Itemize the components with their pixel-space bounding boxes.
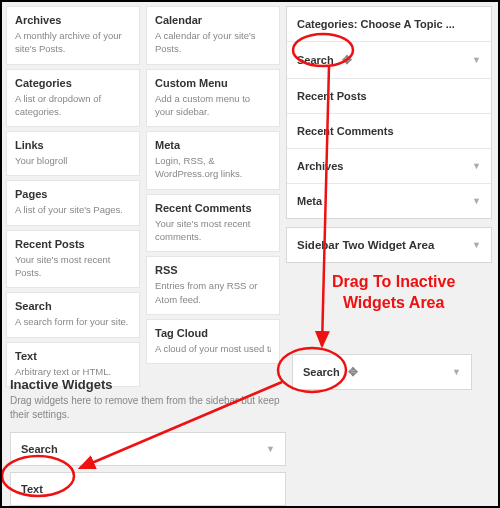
chevron-down-icon[interactable]: ▼ xyxy=(472,55,481,65)
sidebar-item-label: Categories: Choose A Topic ... xyxy=(297,18,455,30)
sidebar-item-categories[interactable]: Categories: Choose A Topic ... xyxy=(287,7,491,42)
sidebar-widget-areas: Categories: Choose A Topic ... Search✥ ▼… xyxy=(286,6,498,387)
sidebar-item-label: Recent Posts xyxy=(297,90,367,102)
widget-recent-posts[interactable]: Recent PostsYour site's most recent Post… xyxy=(6,230,140,289)
annotation-label: Drag To Inactive Widgets Area xyxy=(332,272,455,314)
chevron-down-icon[interactable]: ▼ xyxy=(266,444,275,454)
sidebar-one-panel: Categories: Choose A Topic ... Search✥ ▼… xyxy=(286,6,492,219)
inactive-widgets-section: Inactive Widgets Drag widgets here to re… xyxy=(10,377,286,508)
widget-archives[interactable]: ArchivesA monthly archive of your site's… xyxy=(6,6,140,65)
inactive-widgets-heading: Inactive Widgets xyxy=(10,377,286,392)
sidebar-two-header[interactable]: Sidebar Two Widget Area ▼ xyxy=(286,227,492,263)
widget-search[interactable]: SearchA search form for your site. xyxy=(6,292,140,337)
dragging-widget-search[interactable]: Search✥ ▼ xyxy=(292,354,472,390)
inactive-item-label: Search xyxy=(21,443,58,455)
dragging-widget-label: Search xyxy=(303,366,340,378)
sidebar-item-label: Search xyxy=(297,54,334,66)
sidebar-item-search[interactable]: Search✥ ▼ xyxy=(287,42,491,79)
inactive-item-label: Text xyxy=(21,483,43,495)
sidebar-item-recent-posts[interactable]: Recent Posts xyxy=(287,79,491,114)
sidebar-item-archives[interactable]: Archives ▼ xyxy=(287,149,491,184)
sidebar-item-label: Recent Comments xyxy=(297,125,394,137)
move-icon: ✥ xyxy=(348,365,358,379)
widget-custom-menu[interactable]: Custom MenuAdd a custom menu to your sid… xyxy=(146,69,280,128)
available-widgets-col-1: ArchivesA monthly archive of your site's… xyxy=(6,6,140,387)
widget-links[interactable]: LinksYour blogroll xyxy=(6,131,140,176)
widget-recent-comments[interactable]: Recent CommentsYour site's most recent c… xyxy=(146,194,280,253)
inactive-item-text[interactable]: Text xyxy=(10,472,286,506)
sidebar-item-label: Archives xyxy=(297,160,343,172)
move-icon[interactable]: ✥ xyxy=(342,53,352,67)
widget-categories[interactable]: CategoriesA list or dropdown of categori… xyxy=(6,69,140,128)
chevron-down-icon[interactable]: ▼ xyxy=(472,196,481,206)
widget-calendar[interactable]: CalendarA calendar of your site's Posts. xyxy=(146,6,280,65)
sidebar-item-meta[interactable]: Meta ▼ xyxy=(287,184,491,218)
widget-meta[interactable]: MetaLogin, RSS, & WordPress.org links. xyxy=(146,131,280,190)
sidebar-item-label: Meta xyxy=(297,195,322,207)
sidebar-item-recent-comments[interactable]: Recent Comments xyxy=(287,114,491,149)
widget-tag-cloud[interactable]: Tag CloudA cloud of your most used tags. xyxy=(146,319,280,364)
inactive-item-search[interactable]: Search ▼ xyxy=(10,432,286,466)
widget-rss[interactable]: RSSEntries from any RSS or Atom feed. xyxy=(146,256,280,315)
widget-pages[interactable]: PagesA list of your site's Pages. xyxy=(6,180,140,225)
inactive-widgets-desc: Drag widgets here to remove them from th… xyxy=(10,394,286,422)
chevron-down-icon[interactable]: ▼ xyxy=(472,161,481,171)
chevron-down-icon: ▼ xyxy=(452,367,461,377)
chevron-down-icon[interactable]: ▼ xyxy=(472,240,481,250)
sidebar-area-label: Sidebar Two Widget Area xyxy=(297,239,434,251)
available-widgets-col-2: CalendarA calendar of your site's Posts.… xyxy=(146,6,280,387)
